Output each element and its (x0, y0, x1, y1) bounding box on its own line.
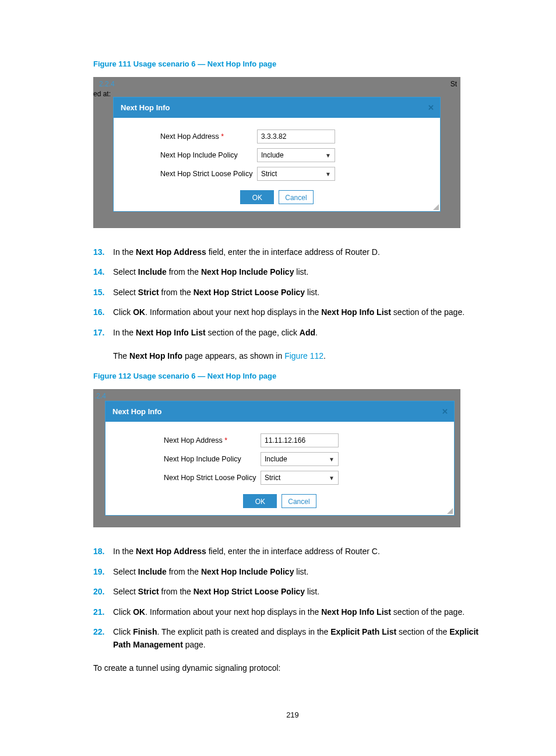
step-number: 16. (93, 306, 113, 318)
step-number: 19. (93, 565, 113, 578)
select-value: Strict (265, 473, 280, 483)
step-text: In the Next Hop Info List section of the… (113, 326, 492, 339)
label-include-policy: Next Hop Include Policy (111, 454, 261, 465)
step-21: 21. Click OK. Information about your nex… (93, 606, 492, 618)
label-strict-policy: Next Hop Strict Loose Policy (111, 473, 261, 484)
ok-button[interactable]: OK (240, 190, 274, 204)
step-number: 17. (93, 326, 113, 339)
form-row-strict-policy: Next Hop Strict Loose Policy Strict ▼ (119, 167, 434, 181)
form-row-address: Next Hop Address * (119, 130, 434, 144)
required-mark: * (221, 132, 224, 141)
modal-header: Next Hop Info ✕ (114, 97, 440, 118)
label-text: Next Hop Address (164, 436, 223, 444)
modal-body: Next Hop Address * Next Hop Include Poli… (105, 422, 454, 515)
modal-title: Next Hop Info (121, 103, 170, 112)
select-value: Include (265, 454, 287, 464)
step-text: Click Finish. The explicit path is creat… (113, 625, 492, 652)
step-20: 20. Select Strict from the Next Hop Stri… (93, 585, 492, 598)
step-text: Click OK. Information about your next ho… (113, 306, 492, 318)
label-next-hop-address: Next Hop Address * (111, 435, 261, 446)
frag-text: at: (93, 398, 101, 401)
step-14: 14. Select Include from the Next Hop Inc… (93, 265, 492, 278)
step-number: 15. (93, 286, 113, 299)
label-strict-policy: Next Hop Strict Loose Policy (119, 169, 257, 180)
step-16: 16. Click OK. Information about your nex… (93, 306, 492, 318)
step-number: 21. (93, 606, 113, 618)
next-hop-info-modal: Next Hop Info ✕ Next Hop Address * Next … (113, 97, 441, 212)
form-row-strict-policy: Next Hop Strict Loose Policy Strict ▼ (111, 471, 448, 485)
next-hop-address-input[interactable] (261, 433, 339, 447)
include-policy-select[interactable]: Include ▼ (257, 148, 335, 162)
chevron-down-icon: ▼ (325, 151, 331, 160)
next-hop-info-modal: Next Hop Info ✕ Next Hop Address * Next … (105, 401, 455, 516)
figure-112-caption: Figure 112 Usage scenario 6 — Next Hop I… (93, 370, 492, 382)
resize-handle-icon[interactable] (433, 204, 439, 210)
modal-header: Next Hop Info ✕ (105, 401, 454, 422)
step-18: 18. In the Next Hop Address field, enter… (93, 545, 492, 558)
figure-112: .2.4 at: Next Hop Info ✕ Next Hop Addres… (93, 389, 460, 528)
step-number: 14. (93, 265, 113, 278)
step-19: 19. Select Include from the Next Hop Inc… (93, 565, 492, 578)
step-number: 22. (93, 625, 113, 652)
chevron-down-icon: ▼ (329, 474, 335, 482)
frag-text: ed at: (93, 89, 111, 97)
strict-policy-select[interactable]: Strict ▼ (261, 471, 339, 485)
step-22: 22. Click Finish. The explicit path is c… (93, 625, 492, 652)
figure-111: 2.2.4 ed at: St Next Hop Info ✕ Next Hop… (93, 77, 460, 229)
cancel-button[interactable]: Cancel (281, 494, 316, 508)
select-value: Strict (261, 169, 277, 179)
step-text: Click OK. Information about your next ho… (113, 606, 492, 618)
step-15: 15. Select Strict from the Next Hop Stri… (93, 286, 492, 299)
strict-policy-select[interactable]: Strict ▼ (257, 167, 335, 181)
closing-para: To create a tunnel using dynamic signali… (93, 662, 492, 674)
figure-112-frag: .2.4 at: (93, 389, 460, 401)
chevron-down-icon: ▼ (329, 455, 335, 464)
ok-button[interactable]: OK (243, 494, 277, 508)
frag-text: 2.2.4 (99, 79, 115, 89)
step-number: 18. (93, 545, 113, 558)
step-number: 13. (93, 246, 113, 258)
step-text: Select Strict from the Next Hop Strict L… (113, 585, 492, 598)
step-17: 17. In the Next Hop Info List section of… (93, 326, 492, 339)
close-icon[interactable]: ✕ (442, 406, 448, 418)
step-13: 13. In the Next Hop Address field, enter… (93, 246, 492, 258)
figure-111-frag: 2.2.4 ed at: St (93, 77, 460, 97)
label-next-hop-address: Next Hop Address * (119, 131, 257, 142)
label-include-policy: Next Hop Include Policy (119, 150, 257, 161)
steps-list-b: 18. In the Next Hop Address field, enter… (93, 545, 492, 651)
step-text: Select Include from the Next Hop Include… (113, 265, 492, 278)
modal-title: Next Hop Info (112, 407, 162, 416)
figure-111-caption: Figure 111 Usage scenario 6 — Next Hop I… (93, 58, 492, 70)
frag-text: St (451, 79, 457, 89)
chevron-down-icon: ▼ (325, 170, 331, 178)
step-number: 20. (93, 585, 113, 598)
select-value: Include (261, 150, 284, 160)
modal-body: Next Hop Address * Next Hop Include Poli… (114, 118, 440, 211)
include-policy-select[interactable]: Include ▼ (261, 452, 339, 466)
step-text: Select Include from the Next Hop Include… (113, 565, 492, 578)
page-number: 219 (93, 709, 492, 721)
form-row-address: Next Hop Address * (111, 433, 448, 447)
resize-handle-icon[interactable] (447, 508, 453, 514)
form-row-include-policy: Next Hop Include Policy Include ▼ (119, 148, 434, 162)
label-text: Next Hop Address (160, 132, 219, 141)
modal-buttons: OK Cancel (119, 190, 434, 204)
step-text: In the Next Hop Address field, enter the… (113, 246, 492, 258)
cancel-button[interactable]: Cancel (279, 190, 313, 204)
step-text: In the Next Hop Address field, enter the… (113, 545, 492, 558)
step-text: Select Strict from the Next Hop Strict L… (113, 286, 492, 299)
step-17-sub: The Next Hop Info page appears, as shown… (113, 349, 492, 362)
steps-list-a: 13. In the Next Hop Address field, enter… (93, 246, 492, 339)
figure-112-link[interactable]: Figure 112 (284, 351, 323, 360)
form-row-include-policy: Next Hop Include Policy Include ▼ (111, 452, 448, 466)
modal-buttons: OK Cancel (111, 494, 448, 508)
required-mark: * (224, 436, 227, 444)
next-hop-address-input[interactable] (257, 130, 335, 144)
close-icon[interactable]: ✕ (428, 102, 434, 114)
